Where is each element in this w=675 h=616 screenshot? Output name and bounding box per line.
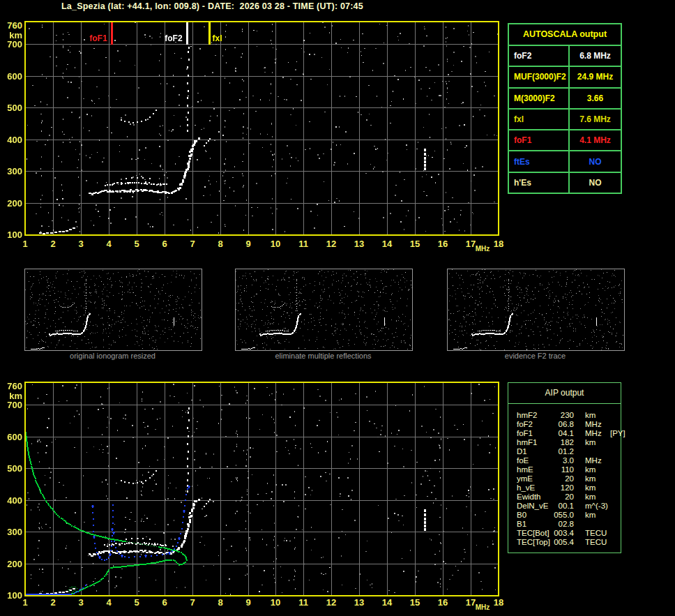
aip-param-label: hmE (517, 465, 533, 474)
aip-param-value: 00.1 (549, 502, 574, 511)
aip-param-value: 230 (549, 411, 574, 420)
x-axis-tick: 5 (126, 598, 147, 607)
x-axis-tick: 7 (182, 598, 203, 607)
aip-param-label: h_vE (517, 483, 535, 493)
aip-param-value: 110 (549, 465, 574, 474)
aip-param-label: foF1 (517, 429, 533, 438)
y-axis-tick: 400 (0, 135, 22, 144)
aip-param-unit: km (585, 438, 596, 447)
x-axis-tick: 2 (43, 598, 63, 607)
y-axis-unit-label: km (0, 31, 22, 40)
aip-row-d1: D101.2 (508, 447, 621, 456)
x-axis-tick: 13 (349, 598, 370, 607)
x-axis-tick: 16 (432, 598, 453, 607)
x-axis-tick: 11 (293, 239, 314, 248)
autoscala-row-muf3000f2: MUF(3000)F224.9 MHz (509, 66, 621, 87)
y-axis-tick: 500 (0, 464, 22, 473)
aip-row-fof1: foF104.1MHz[PY] (508, 429, 621, 438)
aip-param-unit: km (585, 483, 596, 493)
autoscala-param-label: fxI (509, 114, 568, 124)
aip-param-label: foF2 (517, 420, 533, 429)
y-axis-tick: 500 (0, 103, 22, 112)
x-axis-tick: 8 (210, 239, 231, 248)
x-axis-tick: 9 (238, 598, 259, 607)
aip-param-label: B0 (517, 511, 526, 520)
fxi-marker-label: fxI (213, 34, 222, 43)
x-axis-unit-label: MHz (473, 244, 492, 253)
aip-param-value: 02.8 (549, 520, 574, 529)
x-axis-tick: 6 (154, 239, 175, 248)
aip-param-value: 055.0 (549, 511, 574, 520)
x-axis-tick: 15 (404, 239, 425, 248)
aip-table-header: AIP output (508, 383, 621, 404)
thumbnail-evidence-f2-trace (447, 269, 625, 351)
x-axis-tick: 15 (404, 598, 425, 607)
autoscala-row-hes: h'EsNO (509, 172, 621, 193)
aip-param-unit: MHz (585, 429, 602, 438)
x-axis-tick: 2 (43, 239, 63, 248)
aip-param-unit: km (585, 465, 596, 474)
aip-table-rows: hmF2230kmfoF206.8MHzfoF104.1MHz[PY]hmF11… (508, 411, 621, 547)
aip-param-unit: km (585, 511, 596, 520)
x-axis-tick: 10 (265, 598, 286, 607)
x-axis-tick: 10 (265, 239, 286, 248)
x-axis-tick: 7 (182, 239, 203, 248)
aip-row-hve: h_vE120km (508, 483, 621, 493)
autoscala-row-ftes: ftEsNO (509, 150, 621, 171)
y-axis-unit-label: km (0, 391, 22, 400)
aip-param-label: foE (517, 456, 529, 465)
autoscala-param-value: 3.66 (570, 93, 621, 103)
aip-param-unit: TECU (585, 538, 607, 547)
x-axis-unit-label: MHz (473, 603, 492, 612)
profile-plot-canvas (24, 382, 499, 596)
ionogram-plot-canvas (24, 21, 499, 236)
aip-row-yme: ymE20km (508, 474, 621, 483)
x-axis-tick: 6 (154, 598, 175, 607)
autoscala-param-value: NO (570, 178, 621, 188)
y-axis-tick: 760 (0, 21, 22, 30)
aip-param-note: [PY] (610, 429, 625, 438)
aip-row-fof2: foF206.8MHz (508, 420, 621, 429)
aip-param-unit: TECU (585, 529, 607, 538)
x-axis-tick: 8 (210, 598, 231, 607)
y-axis-tick: 300 (0, 167, 22, 176)
aip-row-tecbot: TEC[Bot]003.4TECU (508, 529, 621, 538)
aip-param-unit: km (585, 411, 596, 420)
x-axis-tick: 4 (98, 239, 119, 248)
x-axis-tick: 11 (293, 598, 314, 607)
autoscala-param-value: 4.1 MHz (570, 135, 621, 145)
aip-param-unit: km (585, 474, 596, 483)
aip-param-value: 01.2 (549, 447, 574, 456)
x-axis-tick: 14 (377, 239, 397, 248)
aip-param-label: TEC[Top] (517, 538, 550, 547)
autoscala-row-m3000f2: M(3000)F23.66 (509, 87, 621, 108)
thumbnail-eliminate-reflections (235, 269, 413, 351)
aip-row-hmf2: hmF2230km (508, 411, 621, 420)
autoscala-table-header: AUTOSCALA output (509, 24, 621, 45)
fof2-marker-label: foF2 (165, 34, 182, 43)
aip-row-tectop: TEC[Top]005.4TECU (508, 538, 621, 547)
aip-param-value: 120 (549, 483, 574, 493)
autoscala-param-value: NO (570, 157, 621, 167)
x-axis-tick: 5 (126, 239, 147, 248)
x-axis-tick: 3 (70, 239, 91, 248)
thumbnail-caption: original ionogram resized (24, 352, 202, 360)
aip-param-unit: m^(-3) (585, 502, 608, 511)
aip-param-unit: km (585, 493, 596, 502)
aip-param-value: 20 (549, 493, 574, 502)
thumbnail-caption: eliminate multiple reflections (234, 352, 412, 360)
aip-param-label: Ewidth (517, 493, 541, 502)
y-axis-tick: 200 (0, 559, 22, 569)
aip-row-delnve: DelN_vE00.1m^(-3) (508, 502, 621, 511)
autoscala-param-label: ftEs (509, 157, 568, 167)
x-axis-tick: 14 (377, 598, 397, 607)
autoscala-param-label: MUF(3000)F2 (509, 72, 568, 82)
x-axis-tick: 9 (238, 239, 259, 248)
autoscala-output-table: AUTOSCALA output foF26.8 MHzMUF(3000)F22… (508, 23, 622, 194)
aip-param-value: 04.1 (549, 429, 574, 438)
autoscala-param-label: M(3000)F2 (509, 93, 568, 103)
aip-output-table: AIP output hmF2230kmfoF206.8MHzfoF104.1M… (508, 382, 621, 553)
aip-param-value: 06.8 (549, 420, 574, 429)
x-axis-tick: 12 (321, 239, 342, 248)
autoscala-row-fof1: foF14.1 MHz (509, 129, 621, 150)
